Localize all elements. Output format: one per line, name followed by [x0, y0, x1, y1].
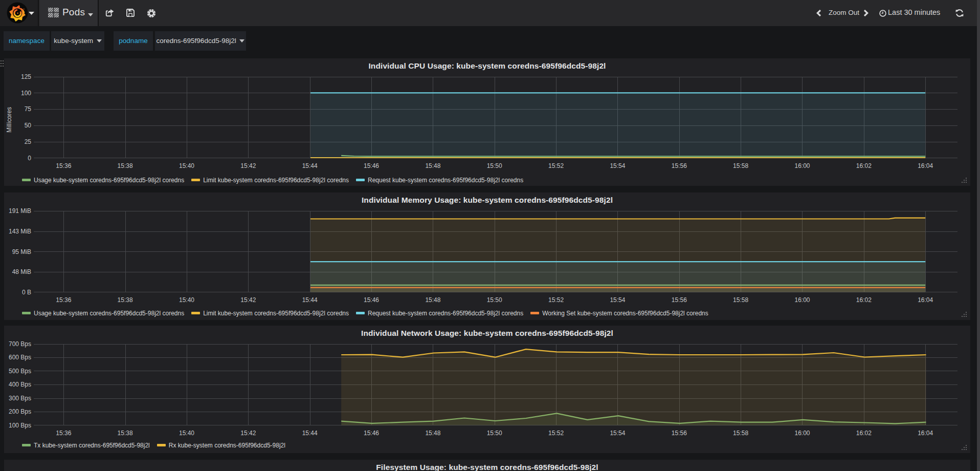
- svg-text:75: 75: [25, 105, 32, 113]
- svg-text:143 MiB: 143 MiB: [9, 227, 31, 234]
- svg-text:15:44: 15:44: [302, 162, 318, 169]
- svg-text:15:42: 15:42: [240, 296, 256, 303]
- svg-text:700 Bps: 700 Bps: [9, 340, 31, 348]
- svg-text:15:50: 15:50: [487, 162, 502, 169]
- svg-text:0 B: 0 B: [22, 288, 31, 295]
- svg-text:0: 0: [28, 155, 31, 162]
- svg-text:15:54: 15:54: [610, 296, 625, 303]
- svg-text:15:50: 15:50: [487, 430, 502, 437]
- svg-text:15:52: 15:52: [548, 430, 564, 437]
- svg-text:15:40: 15:40: [179, 296, 194, 303]
- svg-text:15:58: 15:58: [733, 430, 748, 437]
- svg-text:15:46: 15:46: [364, 430, 379, 437]
- svg-text:191 MiB: 191 MiB: [9, 207, 31, 215]
- svg-text:25: 25: [25, 138, 32, 145]
- svg-text:48 MiB: 48 MiB: [12, 268, 31, 275]
- svg-text:15:44: 15:44: [302, 296, 318, 303]
- svg-text:16:02: 16:02: [856, 296, 872, 303]
- svg-text:15:36: 15:36: [56, 162, 71, 169]
- svg-text:15:56: 15:56: [672, 430, 687, 437]
- svg-text:15:56: 15:56: [672, 296, 687, 303]
- svg-text:15:56: 15:56: [672, 162, 687, 169]
- svg-text:15:50: 15:50: [487, 296, 502, 303]
- svg-text:15:46: 15:46: [364, 296, 379, 303]
- svg-text:15:54: 15:54: [610, 162, 625, 169]
- svg-text:16:00: 16:00: [794, 296, 810, 303]
- svg-text:15:36: 15:36: [56, 296, 71, 303]
- svg-text:15:52: 15:52: [548, 296, 564, 303]
- svg-text:15:52: 15:52: [548, 162, 564, 169]
- svg-text:15:58: 15:58: [733, 296, 748, 303]
- svg-text:16:02: 16:02: [856, 430, 872, 437]
- svg-text:16:00: 16:00: [794, 430, 810, 437]
- svg-text:16:00: 16:00: [794, 162, 810, 169]
- svg-text:16:02: 16:02: [856, 162, 872, 169]
- svg-text:15:54: 15:54: [610, 430, 625, 437]
- svg-text:15:48: 15:48: [425, 162, 440, 169]
- svg-text:15:38: 15:38: [118, 430, 133, 437]
- svg-text:15:48: 15:48: [425, 430, 440, 437]
- svg-text:95 MiB: 95 MiB: [12, 248, 31, 255]
- svg-text:15:38: 15:38: [118, 296, 133, 303]
- svg-text:15:42: 15:42: [240, 430, 256, 437]
- svg-text:15:58: 15:58: [733, 162, 748, 169]
- svg-text:600 Bps: 600 Bps: [9, 354, 31, 361]
- svg-text:200 Bps: 200 Bps: [9, 408, 31, 415]
- svg-text:15:46: 15:46: [364, 162, 379, 169]
- svg-text:400 Bps: 400 Bps: [9, 381, 31, 388]
- svg-text:15:36: 15:36: [56, 430, 71, 437]
- svg-text:100: 100: [21, 90, 31, 97]
- svg-text:15:38: 15:38: [118, 162, 133, 169]
- svg-text:300 Bps: 300 Bps: [9, 395, 31, 402]
- svg-text:15:42: 15:42: [240, 162, 256, 169]
- svg-text:125: 125: [21, 73, 31, 80]
- svg-text:16:04: 16:04: [918, 296, 933, 303]
- svg-text:50: 50: [25, 122, 32, 129]
- svg-text:15:40: 15:40: [179, 430, 194, 437]
- svg-text:16:04: 16:04: [918, 430, 933, 437]
- svg-text:500 Bps: 500 Bps: [9, 368, 31, 375]
- svg-text:16:04: 16:04: [918, 162, 933, 169]
- svg-text:15:48: 15:48: [425, 296, 440, 303]
- svg-text:100 Bps: 100 Bps: [9, 422, 31, 429]
- svg-text:15:44: 15:44: [302, 430, 318, 437]
- svg-text:15:40: 15:40: [179, 162, 194, 169]
